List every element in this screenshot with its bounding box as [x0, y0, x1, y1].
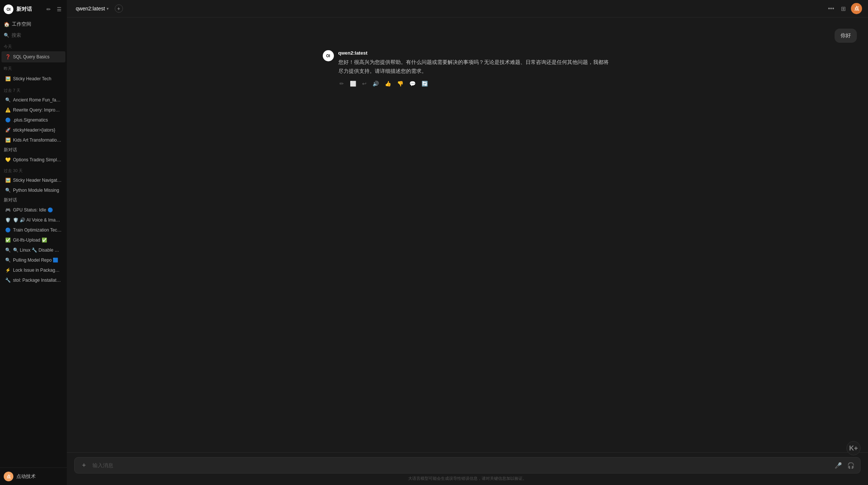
item-label: GPU Status: Idle 🔵	[13, 207, 62, 213]
sidebar-header: OI 新对话 ✏ ☰	[0, 0, 67, 19]
sidebar-item-sticky-header-tech[interactable]: 🖼️ Sticky Header Tech •••	[1, 73, 65, 84]
new-chat-title: 新对话	[16, 6, 42, 13]
item-icon: 🎮	[5, 207, 11, 213]
model-selector[interactable]: qwen2:latest ▾	[73, 4, 112, 13]
input-container: + 🎤 🎧	[74, 457, 861, 473]
kimi-button[interactable]: K+	[846, 441, 861, 455]
item-icon: ❓	[5, 54, 11, 59]
section-past-7days: 过去 7 天	[0, 85, 67, 95]
item-icon: ⚠️	[5, 107, 11, 113]
item-label: Pulling Model Repo 🟦	[13, 258, 62, 263]
item-icon: 🔍	[5, 97, 11, 103]
item-label: SQL Query Basics	[13, 54, 52, 59]
user-greeting-text: 你好	[841, 32, 851, 38]
item-label: 🔍 Linux 🔧 Disable Virtual Men	[13, 248, 62, 253]
input-area: + 🎤 🎧 大语言模型可能会生成误导性错误信息，请对关键信息加以验证。	[67, 452, 868, 485]
item-label: Kids Art Transformation Idea	[13, 138, 62, 143]
item-icon: 🛡️	[5, 217, 11, 223]
thumbdown-action[interactable]: 👎	[396, 80, 404, 88]
item-icon: ⚡	[5, 268, 11, 273]
item-icon: 🔍	[5, 248, 11, 253]
headphone-button[interactable]: 🎧	[846, 461, 856, 470]
item-icon: 🔵	[5, 227, 11, 233]
sidebar-item-ai-voice[interactable]: 🛡️ 🛡️ 🔊 AI Voice & Image Gen 🎤🌐	[1, 215, 65, 225]
section-today: 今天	[0, 41, 67, 51]
chat-area: 你好 OI qwen2:latest 您好！很高兴为您提供帮助。有什么问题或需要…	[67, 17, 868, 452]
item-label: Sticky Header Navigation Tri	[13, 178, 62, 183]
section-new-conv-1: 新对话	[0, 145, 67, 155]
model-name: qwen2:latest	[76, 6, 105, 12]
user-bubble: 你好	[835, 29, 857, 43]
sidebar-item-package-installation[interactable]: 🔧 stol: Package Installation Stalem	[1, 275, 65, 285]
sidebar-item-plus-signematics[interactable]: 🔵 .plus.Signematics	[1, 115, 65, 125]
assistant-model-name: qwen2:latest	[338, 50, 612, 56]
item-label: stol: Package Installation Stalem	[13, 278, 62, 283]
search-placeholder-text: 搜索	[12, 32, 21, 39]
compose-button[interactable]: ✏	[45, 5, 52, 14]
sidebar-item-gpu-status[interactable]: 🎮 GPU Status: Idle 🔵	[1, 205, 65, 215]
share-action[interactable]: ↩	[361, 80, 368, 88]
app-logo: OI	[4, 4, 13, 14]
item-icon: 🔍	[5, 258, 11, 263]
sidebar-item-git-lfs[interactable]: ✅ Git-lfs-Upload ✅	[1, 235, 65, 245]
sidebar-item-sql-query-basics[interactable]: ❓ SQL Query Basics •••	[1, 51, 65, 62]
search-row[interactable]: 🔍 搜索	[0, 30, 67, 41]
sidebar-item-options-trading[interactable]: 💛 Options Trading Simplified	[1, 155, 65, 165]
item-label: Sticky Header Tech	[13, 76, 52, 81]
disclaimer-text: 大语言模型可能会生成误导性错误信息，请对关键信息加以验证。	[74, 473, 861, 482]
item-label: .plus.Signematics	[13, 117, 62, 123]
mic-button[interactable]: 🎤	[833, 461, 843, 470]
topbar-right: ••• ⊞ 点	[826, 3, 862, 14]
sidebar-item-pulling-model[interactable]: 🔍 Pulling Model Repo 🟦	[1, 255, 65, 265]
message-input[interactable]	[92, 462, 830, 468]
assistant-avatar-text: OI	[326, 54, 330, 58]
edit-action[interactable]: ✏	[338, 80, 345, 88]
item-icon: ✅	[5, 237, 11, 243]
volume-action[interactable]: 🔊	[371, 80, 380, 88]
copy-action[interactable]: ⬜	[349, 80, 357, 88]
sidebar-item-sticky-header-nav[interactable]: 🖼️ Sticky Header Navigation Tri	[1, 175, 65, 185]
topbar-dots-button[interactable]: •••	[826, 4, 836, 13]
item-icon: 🖼️	[5, 178, 11, 183]
sidebar-item-kids-art[interactable]: 🖼️ Kids Art Transformation Idea	[1, 135, 65, 145]
workspace-item[interactable]: 🏠 工作空间	[0, 19, 67, 30]
item-icon: 💛	[5, 157, 11, 162]
sidebar: OI 新对话 ✏ ☰ 🏠 工作空间 🔍 搜索 今天 ❓ SQL Query Ba…	[0, 0, 67, 485]
item-label: Train Optimization Technique	[13, 227, 62, 233]
sidebar-content: 今天 ❓ SQL Query Basics ••• 昨天 🖼️ Sticky H…	[0, 41, 67, 468]
new-tab-button[interactable]: +	[115, 4, 123, 13]
item-icon: 🖼️	[5, 76, 11, 81]
user-avatar[interactable]: 点	[851, 3, 862, 14]
assistant-message: OI qwen2:latest 您好！很高兴为您提供帮助。有什么问题或需要解决的…	[323, 50, 612, 88]
assistant-avatar: OI	[323, 50, 334, 61]
item-icon: 🖼️	[5, 138, 11, 143]
thumbup-action[interactable]: 👍	[384, 80, 392, 88]
menu-button[interactable]: ☰	[55, 5, 63, 14]
topbar-panels-button[interactable]: ⊞	[839, 4, 847, 14]
user-name: 点动技术	[16, 473, 36, 480]
chevron-down-icon: ▾	[107, 6, 109, 11]
input-plus-button[interactable]: +	[79, 460, 89, 470]
sidebar-item-ancient-rome[interactable]: 🔍 Ancient Rome Fun_fact&unic	[1, 95, 65, 105]
item-label: Options Trading Simplified	[13, 157, 62, 162]
message-actions: ✏ ⬜ ↩ 🔊 👍 👎 💬 🔄	[338, 80, 612, 88]
topbar: qwen2:latest ▾ + ••• ⊞ 点	[67, 0, 868, 17]
sidebar-item-python-module[interactable]: 🔍 Python Module Missing	[1, 185, 65, 195]
sidebar-item-rewrite-query[interactable]: ⚠️ Rewrite Query: Improve Sent	[1, 105, 65, 115]
sidebar-footer: 点 点动技术	[0, 468, 67, 485]
sidebar-item-train-optimization[interactable]: 🔵 Train Optimization Technique	[1, 225, 65, 235]
item-label: stickyHeader>{iators}	[13, 127, 62, 133]
refresh-action[interactable]: 🔄	[420, 80, 429, 88]
kimi-label: K+	[849, 444, 858, 452]
sidebar-item-linux-disable[interactable]: 🔍 🔍 Linux 🔧 Disable Virtual Men	[1, 245, 65, 255]
sidebar-item-lock-issue[interactable]: ⚡ Lock Issue in Package Manag	[1, 265, 65, 275]
item-label: Git-lfs-Upload ✅	[13, 237, 62, 243]
section-past-30days: 过去 30 天	[0, 165, 67, 175]
item-label: 🛡️ 🔊 AI Voice & Image Gen 🎤🌐	[13, 217, 62, 223]
assistant-content: qwen2:latest 您好！很高兴为您提供帮助。有什么问题或需要解决的事项吗…	[338, 50, 612, 88]
user-avatar-small[interactable]: 点	[4, 472, 13, 481]
workspace-label: 工作空间	[12, 21, 31, 28]
comment-action[interactable]: 💬	[408, 80, 417, 88]
search-icon: 🔍	[4, 33, 9, 38]
sidebar-item-sticky-header-iators[interactable]: 🚀 stickyHeader>{iators}	[1, 125, 65, 135]
